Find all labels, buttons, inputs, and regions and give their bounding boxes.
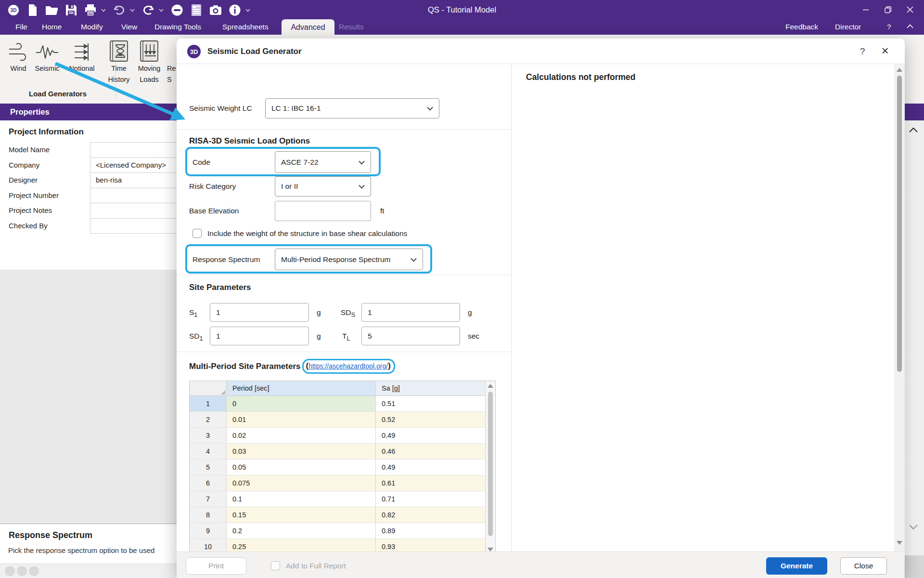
sa-cell[interactable]: 0.51: [376, 396, 485, 411]
sa-cell[interactable]: 0.49: [376, 460, 485, 475]
table-row[interactable]: 50.050.49: [190, 460, 495, 475]
scroll-down-arrow-icon[interactable]: [488, 548, 493, 552]
period-cell[interactable]: 0.01: [227, 412, 376, 427]
include-weight-checkbox[interactable]: [192, 229, 202, 238]
menu-modify[interactable]: Modify: [81, 19, 103, 35]
table-row[interactable]: 60.0750.61: [190, 475, 495, 491]
code-dropdown[interactable]: ASCE 7-22: [275, 151, 371, 173]
sa-column-header[interactable]: Sa [g]: [376, 381, 485, 395]
menu-feedback[interactable]: Feedback: [785, 19, 818, 35]
dialog-scrollbar-thumb[interactable]: [897, 76, 902, 372]
menu-advanced-active-tab[interactable]: Advanced: [282, 19, 334, 35]
period-cell[interactable]: 0.075: [227, 475, 376, 491]
row-number-cell[interactable]: 5: [190, 460, 227, 475]
sds-unit: g: [468, 303, 472, 322]
generate-button[interactable]: Generate: [766, 557, 827, 575]
menu-file[interactable]: File: [15, 19, 27, 35]
checked-by-input[interactable]: [90, 218, 183, 234]
dialog-help-button[interactable]: ?: [855, 39, 870, 64]
row-number-cell[interactable]: 9: [190, 523, 227, 539]
table-header-row: Period [sec] Sa [g]: [190, 381, 495, 396]
period-column-header[interactable]: Period [sec]: [227, 381, 376, 395]
menu-director[interactable]: Director: [835, 19, 861, 35]
sds-input[interactable]: 1: [361, 303, 460, 322]
sa-cell[interactable]: 0.52: [376, 412, 485, 427]
designer-input[interactable]: ben-risa: [90, 172, 183, 188]
notional-load-button[interactable]: Notional: [66, 37, 97, 73]
menu-home[interactable]: Home: [42, 19, 62, 35]
table-row[interactable]: 90.20.89: [190, 523, 495, 539]
period-cell[interactable]: 0.2: [227, 523, 376, 539]
table-row[interactable]: 40.030.46: [190, 444, 495, 460]
collapse-ribbon-chevron-icon[interactable]: [907, 24, 913, 30]
period-cell[interactable]: 0: [227, 396, 376, 411]
asce-hazard-tool-link[interactable]: https://ascehazardtool.org/: [308, 362, 388, 370]
row-number-cell[interactable]: 1: [190, 396, 227, 411]
restore-button[interactable]: [877, 0, 899, 19]
moving-loads-button[interactable]: Moving Loads: [133, 37, 165, 84]
expand-up-chevron-icon[interactable]: [909, 127, 918, 133]
sd1-input[interactable]: 1: [210, 327, 309, 345]
row-number-cell[interactable]: 6: [190, 475, 227, 491]
print-button[interactable]: Print: [186, 557, 246, 575]
dialog-scrollbar[interactable]: [894, 64, 905, 552]
dialog-title: Seismic Load Generator: [207, 39, 302, 64]
time-history-icon: [103, 37, 135, 62]
sa-cell[interactable]: 0.71: [376, 491, 485, 507]
table-corner-cell[interactable]: [190, 381, 227, 395]
table-row[interactable]: 30.020.49: [190, 428, 495, 444]
row-number-cell[interactable]: 7: [190, 491, 227, 507]
table-row[interactable]: 70.10.71: [190, 491, 495, 507]
add-to-full-report-checkbox[interactable]: [271, 561, 280, 570]
menu-spreadsheets[interactable]: Spreadsheets: [222, 19, 269, 35]
close-window-button[interactable]: [899, 0, 921, 19]
row-number-cell[interactable]: 8: [190, 507, 227, 523]
sa-cell[interactable]: 0.46: [376, 444, 485, 459]
model-name-input[interactable]: [90, 142, 183, 158]
project-number-input[interactable]: [90, 188, 183, 204]
seismic-load-button[interactable]: Seismic: [32, 37, 63, 73]
row-number-cell[interactable]: 4: [190, 444, 227, 459]
time-history-button[interactable]: Time History: [103, 37, 135, 84]
table-scrollbar[interactable]: [485, 381, 496, 555]
sa-cell[interactable]: 0.82: [376, 507, 485, 523]
right-panel-footer: [905, 555, 924, 578]
menu-results[interactable]: Results: [339, 19, 364, 35]
table-row[interactable]: 100.51: [190, 396, 495, 412]
base-elevation-input[interactable]: [275, 201, 371, 221]
dialog-scroll-down-arrow-icon[interactable]: [897, 541, 902, 545]
risk-category-dropdown[interactable]: I or II: [275, 176, 371, 197]
table-row[interactable]: 80.150.82: [190, 507, 495, 523]
response-spectrum-dropdown[interactable]: Multi-Period Response Spectrum: [275, 249, 423, 270]
sa-cell[interactable]: 0.49: [376, 428, 485, 443]
period-cell[interactable]: 0.03: [227, 444, 376, 459]
period-cell[interactable]: 0.1: [227, 491, 376, 507]
table-scrollbar-thumb[interactable]: [488, 392, 493, 536]
menu-drawing-tools[interactable]: Drawing Tools: [154, 19, 201, 35]
menu-help[interactable]: ?: [887, 19, 891, 35]
sa-cell[interactable]: 0.61: [376, 475, 485, 491]
period-cell[interactable]: 0.15: [227, 507, 376, 523]
project-notes-input[interactable]: [90, 203, 183, 219]
wind-load-button[interactable]: Wind: [3, 37, 34, 73]
expand-down-chevron-icon[interactable]: [909, 524, 918, 530]
dialog-scroll-up-arrow-icon[interactable]: [897, 68, 902, 72]
close-button[interactable]: Close: [840, 557, 887, 575]
tl-input[interactable]: 5: [361, 327, 460, 345]
period-cell[interactable]: 0.02: [227, 428, 376, 443]
base-elevation-unit: ft: [380, 201, 385, 221]
sa-cell[interactable]: 0.89: [376, 523, 485, 539]
s1-input[interactable]: 1: [210, 303, 309, 322]
row-number-cell[interactable]: 2: [190, 412, 227, 427]
row-number-cell[interactable]: 3: [190, 428, 227, 443]
menu-view[interactable]: View: [121, 19, 137, 35]
seismic-weight-lc-dropdown[interactable]: LC 1: IBC 16-1: [265, 98, 439, 118]
period-cell[interactable]: 0.05: [227, 460, 376, 475]
dialog-close-icon[interactable]: ×: [875, 39, 895, 63]
table-row[interactable]: 20.010.52: [190, 412, 495, 428]
scroll-up-arrow-icon[interactable]: [488, 384, 493, 388]
sd1-unit: g: [317, 327, 321, 345]
company-input[interactable]: <Licensed Company>: [90, 158, 183, 173]
link-paren-close: ): [388, 361, 391, 370]
minimize-button[interactable]: [855, 0, 877, 19]
